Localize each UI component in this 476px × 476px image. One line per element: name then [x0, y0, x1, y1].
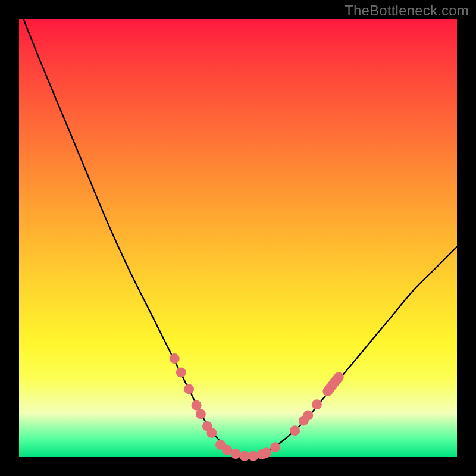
- data-marker: [222, 445, 232, 455]
- data-marker: [206, 428, 217, 438]
- data-marker: [176, 367, 186, 377]
- data-marker: [184, 384, 194, 394]
- watermark-text: TheBottleneck.com: [345, 2, 469, 19]
- data-marker: [240, 451, 250, 461]
- data-marker: [231, 449, 241, 459]
- data-marker: [303, 411, 313, 421]
- data-marker: [270, 442, 280, 452]
- data-marker: [196, 409, 206, 419]
- data-marker: [312, 399, 322, 409]
- data-marker: [290, 425, 300, 436]
- bottleneck-curve: [23, 19, 457, 456]
- data-marker: [170, 353, 180, 364]
- data-marker: [248, 451, 258, 461]
- curve-layer: [19, 19, 457, 457]
- chart-frame: TheBottleneck.com: [0, 0, 476, 476]
- data-marker: [261, 447, 271, 458]
- data-marker: [334, 372, 344, 383]
- marker-group: [170, 353, 344, 461]
- plot-area: [19, 19, 457, 457]
- data-marker: [192, 400, 202, 411]
